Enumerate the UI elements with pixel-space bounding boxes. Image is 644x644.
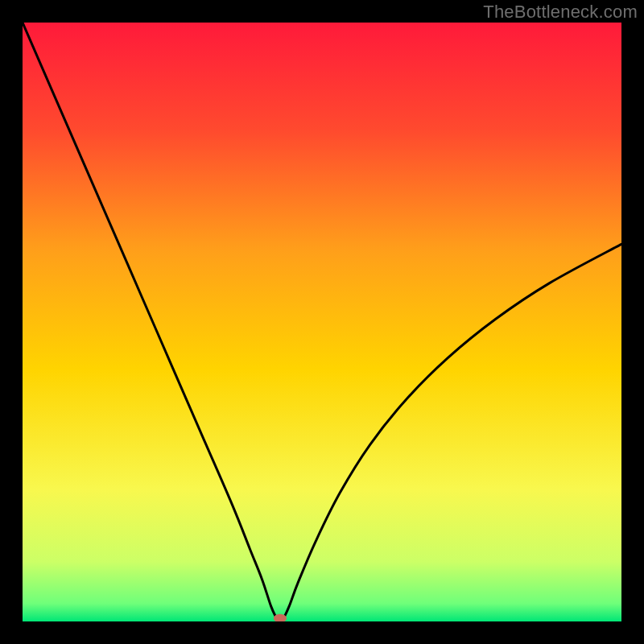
- plot-area: [23, 23, 621, 621]
- watermark-text: TheBottleneck.com: [483, 2, 638, 23]
- chart-frame: TheBottleneck.com: [0, 0, 644, 644]
- gradient-background: [23, 23, 621, 621]
- bottleneck-chart: [23, 23, 621, 621]
